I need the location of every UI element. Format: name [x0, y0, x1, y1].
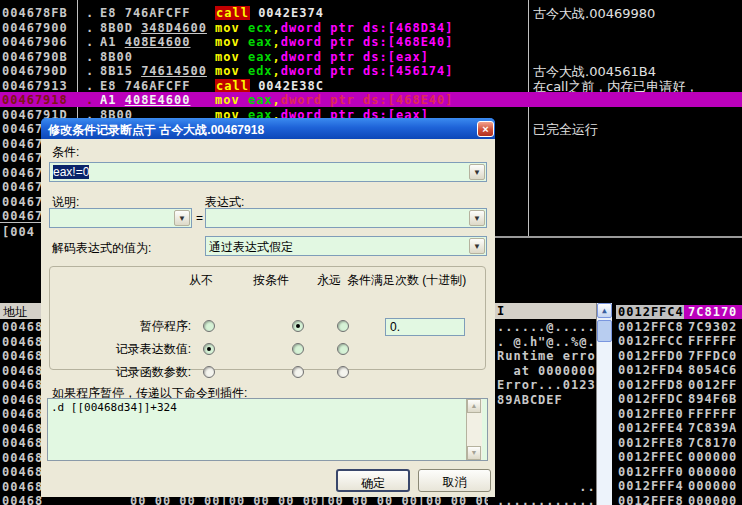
- dump-scrollbar[interactable]: ▲: [596, 303, 612, 505]
- condition-combo[interactable]: eax!=0 ▼: [49, 162, 487, 182]
- disasm-dot: .: [86, 21, 94, 35]
- hex-plain: E8 746AFCFF: [100, 6, 190, 20]
- radio-always[interactable]: [337, 366, 349, 378]
- disasm-hexbytes: E8 746AFCFF: [100, 79, 212, 93]
- stack-address: 0012FFF4: [618, 479, 684, 493]
- instruction-token: dword ptr ds:[468E40]: [281, 35, 454, 49]
- col-header-pass-count: 条件满足次数 (十进制): [347, 272, 482, 289]
- stack-address: 0012FFC8: [618, 320, 684, 334]
- decode-combo[interactable]: 通过表达式假定 ▼: [205, 236, 487, 256]
- radio-always[interactable]: [337, 343, 349, 355]
- disasm-row[interactable]: 0046790D.8B15 74614500mov edx,dword ptr …: [0, 63, 742, 78]
- close-icon[interactable]: ×: [477, 121, 494, 137]
- instruction-token: edx: [248, 64, 273, 78]
- disasm-hexbytes: E8 746AFCFF: [100, 6, 212, 20]
- dialog-body: 条件: eax!=0 ▼ 说明: 表达式: ▼ = ▼ 解码表达式的值为: 通过…: [41, 139, 495, 497]
- stack-value: 7FFDC0: [688, 349, 737, 363]
- instruction-token: ,: [273, 21, 281, 35]
- stack-row[interactable]: 0012FFF0000000: [612, 464, 742, 479]
- dump-ascii: . @.h"@..%@.: [497, 335, 597, 349]
- disasm-row[interactable]: 0046790B.8B00mov eax,dword ptr ds:[eax]: [0, 49, 742, 64]
- disasm-row[interactable]: 00467906.A1 408E4600mov eax,dword ptr ds…: [0, 34, 742, 49]
- condition-value: eax!=0: [53, 165, 89, 179]
- explanation-combo[interactable]: ▼: [49, 208, 192, 228]
- radio-never[interactable]: [203, 343, 215, 355]
- stack-row[interactable]: 0012FFC47C8170: [612, 304, 742, 319]
- hex-plain: 8B0D: [100, 21, 141, 35]
- scroll-down-icon[interactable]: ▼: [467, 446, 481, 460]
- instruction-token: eax: [248, 93, 273, 107]
- chevron-down-icon[interactable]: ▼: [174, 210, 190, 226]
- stack-row[interactable]: 0012FFE87C8170: [612, 435, 742, 450]
- plugin-command-input[interactable]: .d [[00468d34]]+324: [47, 398, 488, 461]
- stack-value: 8054C6: [688, 363, 737, 377]
- stack-address: 0012FFE0: [618, 407, 684, 421]
- cancel-button[interactable]: 取消: [418, 469, 491, 492]
- dump-ascii: ......@.....: [497, 320, 597, 334]
- radio-row-label: 记录表达数值:: [51, 341, 191, 358]
- disasm-instruction: mov eax,dword ptr ds:[468E40]: [215, 93, 454, 107]
- stack-row[interactable]: 0012FFE0FFFFFF: [612, 406, 742, 421]
- instruction-token: mov: [215, 35, 248, 49]
- chevron-down-icon[interactable]: ▼: [469, 210, 485, 226]
- disasm-address: 00467: [2, 166, 43, 180]
- stack-address: 0012FFE8: [618, 436, 684, 450]
- radio-on-condition[interactable]: [292, 343, 304, 355]
- radio-on-condition[interactable]: [292, 366, 304, 378]
- decode-label: 解码表达式的值为:: [52, 240, 151, 257]
- disasm-hexbytes: 8B0D 348D4600: [100, 21, 212, 35]
- stack-value: FFFFFF: [688, 407, 737, 421]
- pass-count-input[interactable]: 0.: [385, 318, 465, 336]
- stack-row[interactable]: 0012FFE47C839A: [612, 420, 742, 435]
- instruction-token: ecx: [248, 21, 273, 35]
- disasm-dot: .: [86, 50, 94, 64]
- expression-combo[interactable]: ▼: [205, 208, 487, 228]
- radio-on-condition[interactable]: [292, 320, 304, 332]
- instruction-token: mov: [215, 93, 248, 107]
- stack-row[interactable]: 0012FFF8000000: [612, 493, 742, 505]
- stack-row[interactable]: 0012FFEC000000: [612, 449, 742, 464]
- disasm-row[interactable]: 004678FB.E8 746AFCFFcall 0042E374古今大战.00…: [0, 5, 742, 20]
- radio-never[interactable]: [203, 320, 215, 332]
- disasm-address: 0046790B: [2, 50, 68, 64]
- stack-row[interactable]: 0012FFDC894F6B: [612, 391, 742, 406]
- hex-underlined: 408E4600: [125, 35, 191, 49]
- ok-button[interactable]: 确定: [336, 469, 410, 492]
- instruction-token: mov: [215, 64, 248, 78]
- radio-always[interactable]: [337, 320, 349, 332]
- stack-value: 7C839A: [688, 421, 737, 435]
- stack-row[interactable]: 0012FFC87C9302: [612, 319, 742, 334]
- chevron-down-icon[interactable]: ▼: [469, 164, 485, 180]
- plugin-command-scrollbar[interactable]: ▲ ▼: [466, 399, 482, 460]
- scrollbar-thumb[interactable]: [597, 320, 612, 342]
- radio-never[interactable]: [203, 366, 215, 378]
- instruction-token: mov: [215, 21, 248, 35]
- hex-plain: 8B00: [100, 50, 133, 64]
- condition-label: 条件:: [52, 144, 79, 161]
- scroll-up-icon[interactable]: ▲: [467, 399, 481, 413]
- scroll-up-icon[interactable]: ▲: [597, 303, 612, 318]
- disasm-dot: .: [86, 64, 94, 78]
- disasm-address: 00467: [2, 151, 43, 165]
- instruction-token: 0042E38C: [250, 79, 324, 93]
- hex-plain: A1: [100, 35, 125, 49]
- instruction-token: ,: [273, 50, 281, 64]
- stack-value: 000000: [688, 450, 737, 464]
- hex-plain: 8B15: [100, 64, 141, 78]
- instruction-token: dword ptr ds:[468D34]: [281, 21, 454, 35]
- disasm-row[interactable]: 00467900.8B0D 348D4600mov ecx,dword ptr …: [0, 20, 742, 35]
- stack-row[interactable]: 0012FFD48054C6: [612, 362, 742, 377]
- disasm-dot: .: [86, 79, 94, 93]
- disasm-row[interactable]: 00467913.E8 746AFCFFcall 0042E38C在call之前…: [0, 78, 742, 93]
- disasm-address: 00467: [2, 180, 43, 194]
- stack-value: FFFFFF: [688, 334, 737, 348]
- stack-row[interactable]: 0012FFF4000000: [612, 478, 742, 493]
- lower-pane-divider[interactable]: [495, 236, 742, 238]
- instruction-token: eax: [248, 50, 273, 64]
- dialog-titlebar[interactable]: 修改条件记录断点于 古今大战.00467918 ×: [41, 118, 495, 139]
- stack-row[interactable]: 0012FFD80012FF: [612, 377, 742, 392]
- stack-row[interactable]: 0012FFCCFFFFFF: [612, 333, 742, 348]
- disasm-row[interactable]: 00467918.A1 408E4600mov eax,dword ptr ds…: [0, 92, 742, 107]
- stack-row[interactable]: 0012FFD07FFDC0: [612, 348, 742, 363]
- chevron-down-icon[interactable]: ▼: [469, 238, 485, 254]
